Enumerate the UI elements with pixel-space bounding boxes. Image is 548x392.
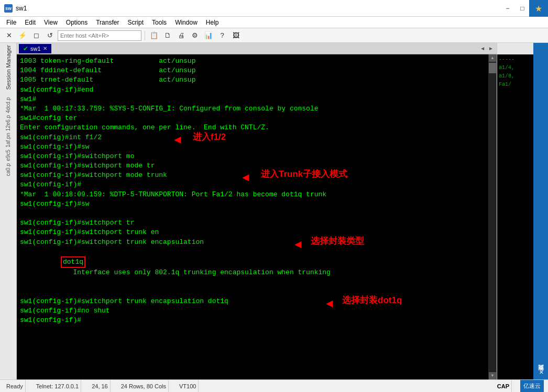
right-panel-content: ----- a1/4, a1/8, Fa1/ [497, 54, 533, 379]
toolbar-media-btn[interactable]: 🖼 [230, 30, 242, 41]
tab-scroll-left[interactable]: ◄ [479, 46, 486, 51]
terminal-scrollbar[interactable]: ▲ ▼ [488, 54, 497, 379]
terminal-section: ✔ sw1 ✕ ◄ ► 1003 token-ring-default act/… [17, 43, 497, 379]
scroll-track [489, 62, 496, 372]
terminal-line: sw1(config-if)# [20, 180, 494, 189]
right-panel-tab-spacer [497, 43, 533, 54]
menu-file[interactable]: File [2, 18, 20, 27]
scroll-down-btn[interactable]: ▼ [489, 372, 496, 379]
status-bar: Ready Telnet: 127.0.0.1 24, 16 24 Rows, … [0, 379, 548, 392]
star-icon[interactable]: ★ [529, 0, 548, 17]
terminal-line: 1005 trnet-default act/unsup [20, 75, 494, 85]
scroll-up-btn[interactable]: ▲ [489, 54, 496, 62]
menu-view[interactable]: View [40, 18, 62, 27]
toolbar-stats-btn[interactable]: 📊 [203, 30, 214, 41]
terminal-line: sw1#config ter [20, 114, 494, 123]
right-line-3: a1/8, [499, 72, 532, 81]
sidebar-item-5[interactable]: ca0.p [4, 162, 12, 177]
menu-options[interactable]: Options [62, 18, 92, 27]
terminal-line [20, 287, 494, 297]
sidebar-item-dash[interactable]: 一一 [4, 94, 13, 96]
status-yisuyun[interactable]: 亿速云 [520, 380, 544, 392]
dot1q-highlight: dot1q [61, 256, 85, 268]
menu-edit[interactable]: Edit [20, 18, 40, 27]
right-line-4: Fa1/ [499, 81, 532, 89]
right-line-2: a1/4, [499, 64, 532, 72]
tab-check-icon: ✔ [23, 45, 28, 52]
sidebar-item-1[interactable]: 4dcd.p [4, 96, 12, 114]
terminal-annotated-line-4: sw1(config-if)#switchport trunk encapsul… [20, 297, 494, 306]
tab-close-btn[interactable]: ✕ [43, 46, 47, 51]
status-position: 24, 16 [90, 380, 111, 392]
sidebar-item-data[interactable]: 数据 [4, 92, 13, 94]
terminal-line: 1003 token-ring-default act/unsup [20, 57, 494, 66]
left-sidebar: Session Manager 数据 一一 4dcd.p 12e6.p 1af.… [0, 43, 17, 379]
menu-tools[interactable]: Tools [148, 18, 171, 27]
terminal-line: sw1(config-if)#end [20, 85, 494, 95]
terminal-line: sw1(config-if)#switchport trunk encapsul… [20, 238, 494, 247]
terminal-line: sw1(config-if)#sw [20, 199, 494, 209]
content-area: ✔ sw1 ✕ ◄ ► 1003 token-ring-default act/… [17, 43, 548, 379]
terminal-line: sw1(config-if)#switchport mo [20, 152, 494, 161]
terminal-line: sw1(config-if)#sw [20, 142, 494, 152]
toolbar-separator [145, 31, 145, 40]
active-tab[interactable]: ✔ sw1 ✕ [19, 44, 51, 53]
sidebar-item-3[interactable]: 1af.pn [4, 132, 12, 149]
status-telnet: Telnet: 127.0.0.1 [34, 380, 81, 392]
terminal-line: Enter configuration commands, one per li… [20, 123, 494, 132]
status-size: 24 Rows, 80 Cols [119, 380, 169, 392]
terminal-line: sw1# [20, 95, 494, 104]
terminal-annotated-line-3: sw1(config-if)#switchport trunk encapsul… [20, 238, 494, 247]
right-info-panel: ----- a1/4, a1/8, Fa1/ [497, 43, 533, 379]
toolbar-settings-btn[interactable]: ⚙ [189, 30, 201, 41]
right-line-1: ----- [499, 55, 532, 64]
terminal-line: sw1(config-if)#switchport tr [20, 218, 494, 228]
menu-window[interactable]: Window [171, 18, 202, 27]
terminal-line: sw1(config-if)#no shut [20, 306, 494, 316]
toolbar-file-btn[interactable]: 🗋 [162, 30, 173, 41]
menu-script[interactable]: Script [123, 18, 148, 27]
terminal-line [20, 209, 494, 218]
menu-help[interactable]: Help [202, 18, 223, 27]
maximize-button[interactable]: □ [516, 3, 529, 14]
terminal-line: sw1(config-if)#switchport mode trunk [20, 171, 494, 180]
terminal-line: sw1(config-if)#switchport trunk en [20, 228, 494, 237]
session-manager-label[interactable]: Session Manager [4, 43, 13, 92]
menu-bar: File Edit View Options Transfer Script T… [0, 17, 548, 28]
sidebar-item-2[interactable]: 12e6.p [4, 114, 12, 132]
toolbar-help-btn[interactable]: ? [216, 30, 228, 41]
host-input[interactable] [58, 30, 141, 41]
toolbar-copy-btn[interactable]: ◻ [30, 30, 42, 41]
tab-scroll-right[interactable]: ► [487, 46, 495, 51]
app-icon: sw [4, 4, 13, 13]
terminal-line: sw1(config)#int f1/2 [20, 133, 494, 142]
window-title: sw1 [16, 5, 501, 12]
terminal-line-dot1q: dot1q Interface uses only 802.1q trunkin… [20, 247, 494, 287]
terminal-annotated-line-1: sw1(config)#int f1/2 ◄ 进入f1/2 [20, 133, 494, 142]
toolbar-close-btn[interactable]: ✕ [3, 30, 15, 41]
tab-scroll-controls: ◄ ► [479, 46, 495, 51]
title-bar: sw sw1 − □ ✕ ★ [0, 0, 548, 17]
far-right-sidebar: 换到富文✕ [533, 43, 548, 379]
terminal[interactable]: 1003 token-ring-default act/unsup 1004 f… [17, 54, 497, 379]
toolbar-clipboard-btn[interactable]: 📋 [148, 30, 160, 41]
menu-transfer[interactable]: Transfer [92, 18, 123, 27]
toolbar-lightning-btn[interactable]: ⚡ [17, 30, 28, 41]
terminal-annotated-line-2: sw1(config-if)#switchport mode trunk ◄ 进… [20, 171, 494, 180]
terminal-line: *Mar 1 00:17:33.759: %SYS-5-CONFIG_I: Co… [20, 104, 494, 114]
terminal-encap-desc: Interface uses only 802.1q trunking enca… [61, 268, 331, 276]
sidebar-item-4[interactable]: e9c5 [4, 149, 12, 162]
tab-label: sw1 [30, 46, 41, 52]
minimize-button[interactable]: − [501, 3, 514, 14]
sidebar-item-select[interactable]: 选择二 [4, 177, 13, 179]
toolbar: ✕ ⚡ ◻ ↺ 📋 🗋 🖨 ⚙ 📊 ? 🖼 [0, 28, 548, 43]
tab-bar: ✔ sw1 ✕ ◄ ► [17, 43, 497, 54]
status-ready: Ready [4, 380, 26, 392]
terminal-line: 1004 fddinet-default act/unsup [20, 66, 494, 75]
toolbar-refresh-btn[interactable]: ↺ [44, 30, 56, 41]
scroll-thumb [489, 63, 496, 73]
toolbar-print-btn[interactable]: 🖨 [176, 30, 187, 41]
status-terminal: VT100 [177, 380, 199, 392]
cap-label: CAP [497, 383, 509, 389]
far-right-label[interactable]: 换到富文✕ [537, 368, 545, 375]
